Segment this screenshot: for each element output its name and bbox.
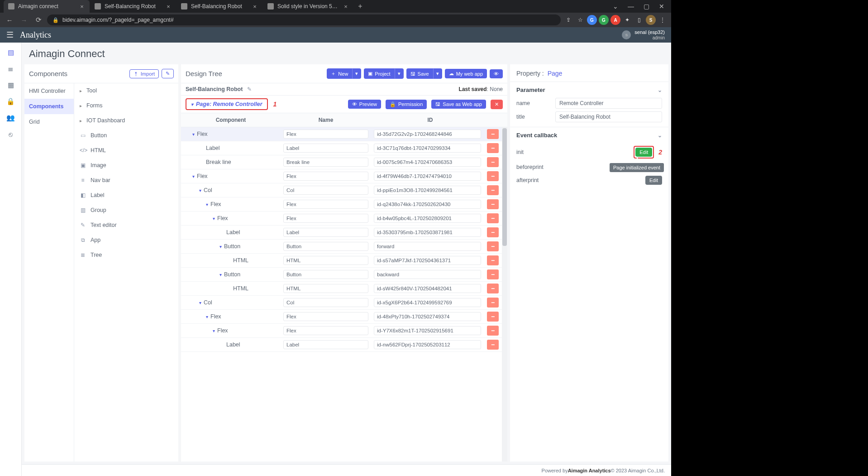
id-input[interactable] [374, 242, 481, 251]
profile-icon[interactable]: S [646, 15, 656, 25]
id-input[interactable] [374, 270, 481, 279]
id-input[interactable] [374, 172, 481, 181]
star-icon[interactable]: ☆ [575, 15, 585, 25]
name-input[interactable] [283, 200, 368, 209]
tree-row[interactable]: ▾Flex− [181, 324, 502, 338]
name-input[interactable] [283, 284, 368, 293]
tree-row[interactable]: ▾Flex− [181, 197, 502, 212]
id-input[interactable] [374, 312, 481, 321]
tab-hmi-controller[interactable]: HMI Controller [24, 83, 74, 99]
component-html[interactable]: </>HTML [74, 143, 178, 158]
id-input[interactable] [374, 144, 481, 153]
close-icon[interactable]: × [79, 3, 85, 10]
component-nav-bar[interactable]: ≡Nav bar [74, 173, 178, 188]
close-page-button[interactable]: ✕ [491, 100, 503, 109]
triangle-icon[interactable]: ▾ [199, 188, 201, 193]
browser-tab-1[interactable]: Self-Balancing Robot × [90, 0, 176, 13]
collapse-icon[interactable]: ⌄ [658, 87, 662, 93]
id-input[interactable] [374, 340, 481, 349]
name-input[interactable] [283, 158, 368, 167]
title-input[interactable] [555, 111, 662, 122]
id-input[interactable] [374, 158, 481, 167]
id-input[interactable] [374, 130, 481, 139]
name-input[interactable] [283, 298, 368, 307]
triangle-icon[interactable]: ▾ [219, 272, 222, 277]
name-input[interactable] [283, 144, 368, 153]
component-app[interactable]: ⧉App [74, 233, 178, 248]
browser-tab-3[interactable]: Solid style in Version 5 | Font Aw × [263, 0, 353, 13]
id-input[interactable] [374, 284, 481, 293]
triangle-icon[interactable]: ▾ [192, 174, 195, 179]
close-icon[interactable]: × [343, 3, 349, 10]
delete-row-button[interactable]: − [487, 143, 499, 153]
edit-afterprint-button[interactable]: Edit [645, 176, 662, 185]
menu-icon[interactable]: ⋮ [658, 15, 668, 25]
project-dropdown[interactable]: ▾ [395, 68, 404, 79]
tree-row[interactable]: ▾Button− [181, 268, 502, 282]
permission-button[interactable]: 🔒Permission [386, 100, 427, 109]
save-button[interactable]: 🖫Save [406, 68, 433, 79]
delete-row-button[interactable]: − [487, 269, 499, 279]
import-button[interactable]: ⭱ Import [129, 69, 159, 78]
name-input[interactable] [283, 270, 368, 279]
name-input[interactable] [283, 186, 368, 195]
delete-row-button[interactable]: − [487, 312, 499, 322]
name-input[interactable] [283, 312, 368, 321]
component-group[interactable]: ▥Group [74, 203, 178, 218]
tree-row[interactable]: ▾Flex− [181, 169, 502, 183]
tree-row[interactable]: ▾Flex− [181, 212, 502, 226]
edit-components-button[interactable]: ✎ [162, 69, 174, 78]
rail-lock-icon[interactable]: 🔒 [7, 98, 14, 105]
name-input[interactable] [555, 98, 662, 109]
vertical-scrollbar[interactable] [502, 127, 507, 462]
delete-row-button[interactable]: − [487, 284, 499, 293]
tree-row[interactable]: ▾Flex− [181, 127, 502, 141]
name-input[interactable] [283, 326, 368, 335]
id-input[interactable] [374, 186, 481, 195]
tree-row[interactable]: ▾Col− [181, 296, 502, 310]
ext-abp-icon[interactable]: A [610, 15, 620, 25]
delete-row-button[interactable]: − [487, 199, 499, 209]
delete-row-button[interactable]: − [487, 171, 499, 181]
delete-row-button[interactable]: − [487, 157, 499, 167]
name-input[interactable] [283, 130, 368, 139]
delete-row-button[interactable]: − [487, 185, 499, 195]
name-input[interactable] [283, 214, 368, 223]
preview-button[interactable]: 👁Preview [348, 100, 381, 109]
close-icon[interactable]: × [165, 3, 172, 10]
tree-row[interactable]: Break line− [181, 155, 502, 169]
triangle-icon[interactable]: ▾ [213, 216, 215, 221]
tree-row[interactable]: ▾Col− [181, 183, 502, 197]
user-menu[interactable]: S senal (esp32) admin [622, 29, 665, 40]
new-dropdown[interactable]: ▾ [352, 68, 361, 79]
triangle-icon[interactable]: ▾ [206, 314, 208, 319]
rail-logout-icon[interactable]: ⎋ [7, 130, 14, 138]
id-input[interactable] [374, 228, 481, 237]
tree-row[interactable]: HTML− [181, 254, 502, 268]
close-window-icon[interactable]: ✕ [656, 0, 668, 12]
tree-row[interactable]: Label− [181, 141, 502, 155]
scrollbar-thumb[interactable] [502, 128, 507, 246]
rail-database-icon[interactable]: ≣ [7, 65, 14, 72]
component-tree[interactable]: ≣Tree [74, 248, 178, 263]
tab-grid[interactable]: Grid [24, 114, 74, 130]
delete-row-button[interactable]: − [487, 326, 499, 336]
rename-icon[interactable]: ✎ [247, 86, 252, 92]
delete-row-button[interactable]: − [487, 298, 499, 308]
browser-tab-0[interactable]: Aimagin connect × [4, 0, 90, 13]
component-label[interactable]: ◧Label [74, 188, 178, 203]
rail-users-icon[interactable]: 👥 [7, 114, 14, 121]
new-tab-button[interactable]: + [354, 0, 367, 13]
collapse-icon[interactable]: ⌄ [658, 132, 662, 139]
delete-row-button[interactable]: − [487, 213, 499, 223]
tree-row[interactable]: Label− [181, 338, 502, 352]
component-button[interactable]: ▭Button [74, 128, 178, 143]
extensions-icon[interactable]: ✦ [622, 15, 632, 25]
rail-page-icon[interactable]: ▤ [7, 49, 14, 56]
triangle-icon[interactable]: ▾ [192, 132, 195, 137]
name-input[interactable] [283, 172, 368, 181]
delete-row-button[interactable]: − [487, 340, 499, 350]
component-forms[interactable]: ▸Forms [74, 98, 178, 113]
new-button[interactable]: ＋New [327, 68, 352, 79]
name-input[interactable] [283, 256, 368, 265]
